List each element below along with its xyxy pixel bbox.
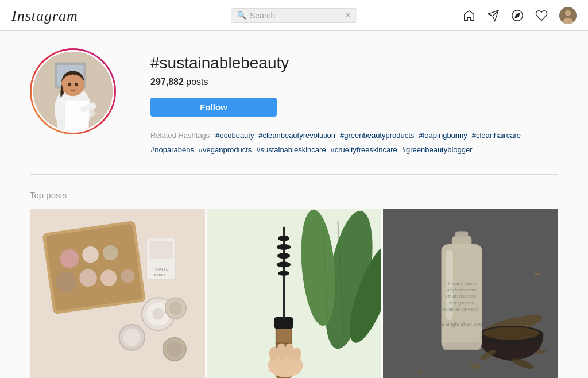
hashtag-link-greenbeautyblogger[interactable]: #greenbeautyblogger	[402, 145, 473, 154]
svg-point-23	[79, 269, 96, 287]
svg-point-24	[100, 270, 117, 286]
svg-point-56	[278, 271, 289, 276]
svg-point-28	[152, 308, 164, 320]
svg-point-62	[293, 348, 301, 360]
svg-point-3	[565, 10, 571, 16]
svg-point-53	[277, 244, 291, 250]
search-clear-icon[interactable]: ✕	[345, 11, 351, 20]
posts-grid: MATTE REFILL	[30, 209, 558, 378]
send-icon[interactable]	[487, 9, 500, 22]
hashtag-title: #sustainablebeauty	[150, 54, 558, 72]
svg-point-54	[277, 253, 290, 259]
header: Instagram 🔍 ✕	[0, 0, 588, 31]
svg-point-20	[82, 246, 98, 263]
post-item-1[interactable]: MATTE REFILL	[30, 209, 205, 378]
svg-text:of a bad person;: of a bad person;	[447, 288, 477, 293]
svg-rect-32	[149, 241, 173, 259]
post-item-2[interactable]	[207, 209, 382, 378]
svg-text:seeing myself,: seeing myself,	[449, 301, 475, 306]
svg-point-30	[123, 329, 140, 346]
home-icon[interactable]	[463, 9, 475, 22]
search-box: 🔍 ✕	[231, 8, 357, 23]
hashtag-link-cleanhaircare[interactable]: #cleanhaircare	[472, 131, 521, 140]
svg-point-25	[121, 269, 134, 283]
profile-section: #sustainablebeauty 297,882 posts Follow …	[30, 48, 558, 157]
svg-text:found me the worst.": found me the worst."	[443, 307, 481, 312]
svg-text:REFILL: REFILL	[154, 273, 166, 277]
top-posts-title: Top posts	[30, 184, 558, 200]
svg-rect-13	[57, 101, 65, 131]
svg-point-60	[277, 344, 286, 360]
follow-button[interactable]: Follow	[150, 98, 277, 117]
svg-text:MATTE: MATTE	[155, 267, 169, 272]
related-label: Related Hashtags	[150, 131, 210, 140]
hashtag-avatar-wrapper	[30, 48, 116, 134]
hashtag-link-cleanbeautyrevolution[interactable]: #cleanbeautyrevolution	[258, 131, 335, 140]
posts-count: 297,882 posts	[150, 77, 558, 87]
hashtag-link-leapingbunny[interactable]: #leapingbunny	[419, 131, 467, 140]
compass-icon[interactable]	[511, 9, 524, 22]
main-content: #sustainablebeauty 297,882 posts Follow …	[18, 31, 570, 378]
svg-rect-80	[455, 232, 468, 238]
svg-point-36	[169, 302, 182, 315]
svg-point-11	[75, 83, 78, 86]
svg-point-22	[56, 272, 77, 293]
header-nav	[388, 7, 577, 24]
hashtag-link-ecobeauty[interactable]: #ecobeauty	[215, 131, 254, 140]
section-divider	[30, 174, 558, 175]
instagram-logo[interactable]: Instagram	[11, 6, 200, 25]
search-icon: 🔍	[237, 11, 246, 20]
svg-rect-18	[45, 224, 142, 311]
profile-info: #sustainablebeauty 297,882 posts Follow …	[150, 48, 558, 157]
svg-rect-88	[443, 342, 481, 350]
hashtag-link-greenbeautyproducts[interactable]: #greenbeautyproducts	[340, 131, 414, 140]
hashtag-link-sustainableskincare[interactable]: #sustainableskincare	[256, 145, 326, 154]
heart-icon[interactable]	[535, 9, 548, 22]
hashtag-avatar	[32, 50, 114, 133]
svg-text:"I went in search: "I went in search	[447, 281, 477, 286]
search-container: 🔍 ✕	[200, 8, 388, 23]
svg-point-21	[103, 245, 118, 260]
hashtag-link-veganproducts[interactable]: #veganproducts	[199, 145, 252, 154]
svg-text:I found none as I,: I found none as I,	[446, 295, 478, 299]
hashtag-link-noparabens[interactable]: #noparabens	[150, 145, 194, 154]
related-hashtags: Related Hashtags #ecobeauty #cleanbeauty…	[150, 128, 558, 157]
svg-point-73	[483, 327, 539, 340]
user-avatar[interactable]	[559, 7, 577, 24]
svg-point-19	[60, 249, 79, 268]
svg-point-10	[68, 83, 72, 86]
svg-point-38	[167, 342, 182, 357]
svg-point-69	[524, 325, 528, 327]
search-input[interactable]	[250, 11, 341, 20]
svg-text:a single shampoo: a single shampoo	[442, 321, 483, 327]
svg-marker-1	[515, 13, 520, 18]
svg-point-55	[277, 262, 291, 268]
svg-point-61	[285, 344, 294, 360]
post-item-3[interactable]: "I went in search of a bad person; I fou…	[383, 209, 558, 378]
hashtag-link-crueltyfreeskincare[interactable]: #crueltyfreeskincare	[331, 145, 397, 154]
svg-point-52	[278, 236, 289, 241]
